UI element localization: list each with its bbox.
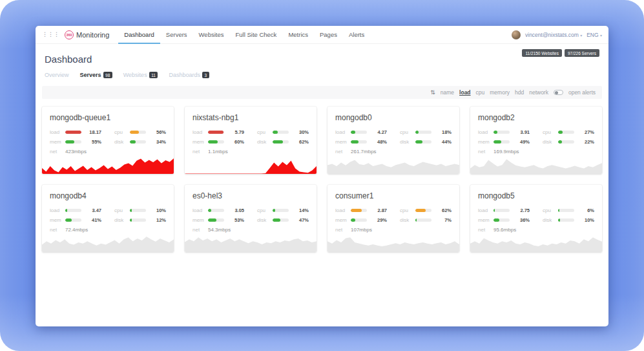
metric-bar bbox=[208, 218, 224, 222]
metric-bar bbox=[493, 140, 510, 144]
metric-bar bbox=[493, 209, 510, 212]
server-card-mongodb-queue1[interactable]: mongodb-queue1 load 18.17 mem 55% net 42… bbox=[42, 107, 174, 174]
sort-option-network[interactable]: network bbox=[529, 89, 548, 96]
metric-bar-fill bbox=[208, 218, 216, 222]
open-alerts-toggle[interactable] bbox=[554, 90, 563, 95]
tab-label: Overview bbox=[45, 72, 69, 78]
metrics-col-left: load 3.05 mem 53% net 54.3mbps bbox=[192, 207, 244, 233]
metric-value: 47% bbox=[291, 217, 309, 223]
metric-label: cpu bbox=[114, 129, 127, 135]
metric-label: cpu bbox=[400, 129, 413, 135]
nav-item-full-site-check[interactable]: Full Site Check bbox=[229, 26, 282, 44]
metric-value: 261.7mbps bbox=[351, 149, 377, 154]
server-card-mongodb5[interactable]: mongodb5 load 2.75 mem 36% net 95.6mbps bbox=[470, 185, 602, 252]
metric-value: 22% bbox=[577, 139, 594, 145]
metric-value: 12% bbox=[149, 217, 166, 223]
metric-label: cpu bbox=[257, 207, 270, 213]
server-card-mongodb4[interactable]: mongodb4 load 3.47 mem 41% net 72.4mbps bbox=[42, 185, 174, 252]
open-alerts-label[interactable]: open alerts bbox=[568, 89, 596, 96]
sort-option-cpu[interactable]: cpu bbox=[476, 89, 485, 96]
metrics-col-right: cpu 30% disk 62% bbox=[257, 129, 309, 154]
counter-badge: 11/2150 Websites bbox=[522, 49, 561, 57]
metric-value: 107mbps bbox=[351, 227, 372, 233]
metric-value: 1.1mbps bbox=[208, 149, 228, 154]
sort-option-load[interactable]: load bbox=[459, 89, 470, 96]
metric-label: load bbox=[50, 207, 63, 213]
sparkline-area bbox=[470, 159, 602, 174]
app-grid-icon[interactable]: ⋮⋮⋮ bbox=[42, 32, 59, 37]
metric-value: 48% bbox=[369, 139, 387, 145]
metric-disk: disk 22% bbox=[543, 139, 594, 145]
metric-value: 36% bbox=[512, 217, 530, 223]
metric-cpu: cpu 14% bbox=[257, 207, 309, 213]
metric-label: net bbox=[478, 149, 491, 154]
tab-servers[interactable]: Servers98 bbox=[80, 72, 112, 78]
brand-logo[interactable]: 360 Monitoring bbox=[65, 30, 109, 39]
metric-bar-fill bbox=[351, 131, 355, 134]
toggle-knob-icon bbox=[555, 91, 559, 95]
metric-mem: mem 49% bbox=[478, 139, 530, 145]
metric-bar bbox=[208, 209, 224, 212]
metrics-col-right: cpu 56% disk 34% bbox=[114, 129, 166, 154]
metric-value: 53% bbox=[227, 217, 244, 223]
metric-label: cpu bbox=[114, 207, 127, 213]
metric-mem: mem 36% bbox=[478, 217, 530, 223]
sparkline-area bbox=[470, 237, 602, 252]
metric-value: 72.4mbps bbox=[65, 227, 88, 233]
metric-bar-fill bbox=[130, 218, 132, 222]
metric-net: net 261.7mbps bbox=[335, 149, 387, 154]
metric-value: 3.91 bbox=[512, 129, 530, 135]
metric-bar-fill bbox=[208, 140, 218, 144]
server-card-mongodb2[interactable]: mongodb2 load 3.91 mem 49% net 169.9mbps bbox=[470, 107, 602, 174]
server-card-consumer1[interactable]: consumer1 load 2.87 mem 29% net 107mbps bbox=[327, 185, 459, 252]
brand-name: Monitoring bbox=[76, 31, 109, 39]
sort-option-hdd[interactable]: hdd bbox=[515, 89, 524, 96]
metric-label: cpu bbox=[543, 129, 556, 135]
metrics-col-right: cpu 18% disk 44% bbox=[400, 129, 452, 154]
nav-item-websites[interactable]: Websites bbox=[193, 26, 230, 44]
server-name: nixstats-nbg1 bbox=[192, 113, 309, 122]
metric-label: disk bbox=[257, 217, 270, 223]
sparkline-chart bbox=[42, 154, 174, 174]
metric-label: net bbox=[335, 227, 348, 233]
user-menu[interactable]: vincent@nixstats.com ▾ bbox=[525, 32, 582, 38]
page-title: Dashboard bbox=[45, 54, 92, 65]
metric-load: load 2.87 bbox=[335, 207, 387, 213]
nav-item-metrics[interactable]: Metrics bbox=[282, 26, 314, 44]
avatar[interactable] bbox=[512, 30, 521, 39]
nav-item-alerts[interactable]: Alerts bbox=[343, 26, 370, 44]
language-label: ENG bbox=[587, 32, 598, 38]
tab-websites[interactable]: Websites11 bbox=[123, 72, 158, 78]
metric-load: load 2.75 bbox=[478, 207, 530, 213]
metric-load: load 3.05 bbox=[192, 207, 244, 213]
metric-bar-fill bbox=[558, 218, 560, 222]
server-metrics: load 2.75 mem 36% net 95.6mbps cpu bbox=[478, 207, 594, 233]
metric-value: 6% bbox=[577, 207, 594, 213]
metric-load: load 3.47 bbox=[50, 207, 101, 213]
sparkline-area bbox=[42, 158, 174, 174]
sort-option-memory[interactable]: memory bbox=[490, 89, 510, 96]
metric-value: 5.79 bbox=[227, 129, 244, 135]
metric-label: load bbox=[335, 129, 348, 135]
metric-bar-fill bbox=[351, 209, 362, 212]
tab-overview[interactable]: Overview bbox=[45, 72, 69, 78]
metric-value: 60% bbox=[227, 139, 244, 145]
language-selector[interactable]: ENG ▾ bbox=[587, 32, 602, 38]
metric-net: net 169.9mbps bbox=[478, 149, 530, 154]
metric-bar bbox=[415, 218, 431, 222]
metric-load: load 18.17 bbox=[50, 129, 101, 135]
nav-item-servers[interactable]: Servers bbox=[160, 26, 193, 44]
server-card-nixstats-nbg1[interactable]: nixstats-nbg1 load 5.79 mem 60% net 1.1m… bbox=[185, 107, 317, 174]
server-card-es0-hel3[interactable]: es0-hel3 load 3.05 mem 53% net 54.3mbps bbox=[185, 185, 317, 252]
metric-bar bbox=[351, 131, 367, 134]
metric-bar-fill bbox=[273, 131, 278, 134]
server-metrics: load 18.17 mem 55% net 423mbps cpu bbox=[50, 129, 166, 154]
metric-bar-fill bbox=[415, 218, 417, 222]
tab-count-badge: 98 bbox=[103, 72, 112, 78]
nav-item-pages[interactable]: Pages bbox=[314, 26, 343, 44]
sort-option-name[interactable]: name bbox=[441, 89, 454, 96]
nav-item-dashboard[interactable]: Dashboard bbox=[118, 26, 160, 44]
tab-dashboards[interactable]: Dashboards3 bbox=[169, 72, 209, 78]
metrics-col-left: load 18.17 mem 55% net 423mbps bbox=[50, 129, 101, 154]
server-card-mongodb0[interactable]: mongodb0 load 4.27 mem 48% net 261.7mbps bbox=[327, 107, 459, 174]
